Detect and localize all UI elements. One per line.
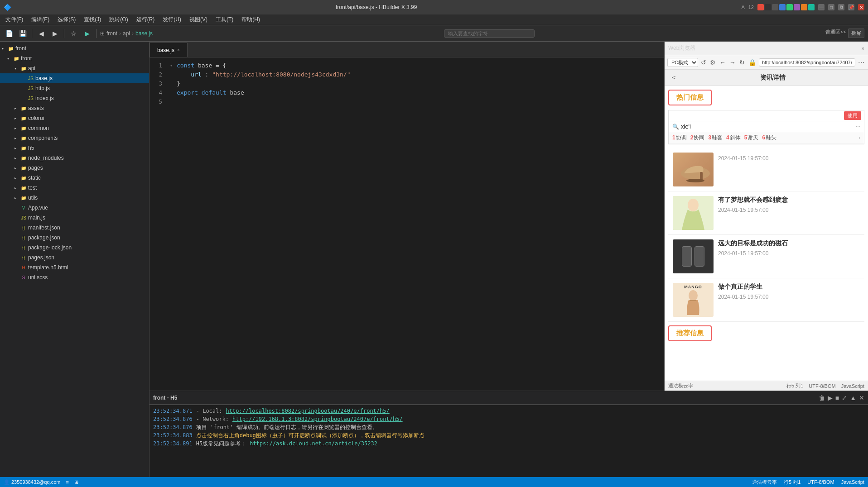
tree-item-utils[interactable]: ▸ 📁 utils: [0, 193, 149, 203]
url-input[interactable]: [759, 58, 855, 67]
tree-item-static[interactable]: ▸ 📁 static: [0, 173, 149, 183]
tree-item-h5[interactable]: ▸ 📁 h5: [0, 143, 149, 153]
url-mode-select[interactable]: PC模式: [667, 58, 698, 67]
minimize-btn[interactable]: —: [818, 4, 825, 10]
use-tag-btn[interactable]: 使用: [844, 111, 861, 120]
status-list-icon[interactable]: ≡: [66, 479, 68, 485]
console-clear-btn[interactable]: 🗑: [819, 394, 825, 401]
breadcrumb-front-1[interactable]: front: [106, 30, 117, 37]
tree-item-http-js[interactable]: JS http.js: [0, 83, 149, 93]
window-close-btn[interactable]: ✕: [858, 4, 864, 10]
tree-item-front-root[interactable]: ▾ 📁 front: [0, 43, 149, 53]
autocomplete-right-arrow[interactable]: ›: [859, 135, 860, 140]
toolbar-full-btn[interactable]: 拆屏: [848, 29, 864, 38]
tree-item-pages[interactable]: ▸ 📁 pages: [0, 163, 149, 173]
console-network-link[interactable]: http://192.168.1.3:8082/springbootau7240…: [232, 415, 403, 423]
tree-item-assets[interactable]: ▸ 📁 assets: [0, 103, 149, 113]
tree-item-test[interactable]: ▸ 📁 test: [0, 183, 149, 193]
nav-more-btn[interactable]: ⋯: [857, 58, 865, 67]
tree-item-app-vue[interactable]: V App.vue: [0, 203, 149, 213]
tree-item-manifest-json[interactable]: {} manifest.json: [0, 223, 149, 233]
menu-edit[interactable]: 编辑(E): [28, 15, 53, 24]
editor-tabs: base.js ×: [149, 42, 664, 57]
toolbar-save[interactable]: 💾: [17, 28, 28, 39]
tree-label: components: [28, 135, 147, 141]
browser-content[interactable]: 热门信息 使用 🔍 ⋯: [665, 86, 868, 381]
tree-item-package-json[interactable]: {} package.json: [0, 233, 149, 243]
tree-item-common[interactable]: ▸ 📁 common: [0, 123, 149, 133]
news-card-4[interactable]: MANGO 做个真正的学生 2024-01-15 19:57:00: [668, 278, 864, 322]
status-bar: 👤 2350938432@qq.com ≡ ⊞ 通法模云率 行5 列1 UTF-…: [0, 477, 868, 487]
console-h5-link[interactable]: https://ask.dcloud.net.cn/article/35232: [250, 439, 377, 448]
search-input[interactable]: [444, 29, 535, 38]
menu-publish[interactable]: 发行(U): [159, 15, 185, 24]
autocomplete-item-2[interactable]: 2协同: [690, 134, 705, 142]
nav-settings-btn[interactable]: ⚙: [709, 58, 717, 67]
maximize-btn[interactable]: □: [828, 4, 834, 10]
tree-item-main-js[interactable]: JS main.js: [0, 213, 149, 223]
toolbar-new[interactable]: 📄: [4, 28, 14, 39]
console-stop-btn[interactable]: ■: [835, 394, 839, 401]
status-grid-icon[interactable]: ⊞: [74, 479, 78, 485]
toolbar-forward[interactable]: ▶: [49, 28, 60, 39]
pin-btn[interactable]: 📌: [848, 4, 854, 10]
tree-item-base-js[interactable]: JS base.js: [0, 73, 149, 83]
editor-tab-base-js[interactable]: base.js ×: [149, 43, 188, 57]
menu-tools[interactable]: 工具(T): [212, 15, 237, 24]
tree-item-components[interactable]: ▸ 📁 components: [0, 133, 149, 143]
autocomplete-item-5[interactable]: 5谢天: [744, 134, 759, 142]
menu-file[interactable]: 文件(F): [2, 15, 27, 24]
nav-back-btn[interactable]: ←: [719, 58, 727, 67]
fold-icon[interactable]: ▾: [168, 61, 175, 70]
news-card-3[interactable]: 远大的目标是成功的磁石 2024-01-15 19:57:00: [668, 235, 864, 278]
menu-select[interactable]: 选择(S): [54, 15, 79, 24]
nav-refresh-btn[interactable]: ↺: [700, 58, 707, 67]
news-card-1[interactable]: 2024-01-15 19:57:00: [668, 148, 864, 191]
browser-header-expand[interactable]: ×: [862, 46, 864, 51]
nav-forward-btn[interactable]: →: [728, 58, 737, 67]
console-up-btn[interactable]: ▲: [850, 394, 856, 401]
breadcrumb-api[interactable]: api: [123, 30, 130, 37]
tree-item-pages-json[interactable]: {} pages.json: [0, 253, 149, 263]
autocomplete-item-6[interactable]: 6鞋头: [762, 134, 776, 142]
console-highlight-text[interactable]: 点击控制台右上角debug图标（虫子）可开启断点调试（添加断点），双击编辑器行号…: [196, 431, 424, 439]
file-vue-icon: V: [20, 204, 27, 211]
tree-item-front-sub[interactable]: ▾ 📁 front: [0, 53, 149, 63]
browser-url-bar: PC模式 ↺ ⚙ ← → ↻ 🔒 ⋯: [665, 55, 868, 70]
editor-content[interactable]: 1 ▾ const base = { 2 url : "http://local…: [149, 57, 664, 391]
page-back-btn[interactable]: ＜: [668, 72, 679, 83]
tree-item-uni-scss[interactable]: S uni.scss: [0, 272, 149, 282]
nav-lock-btn[interactable]: 🔒: [747, 58, 757, 67]
autocomplete-item-4[interactable]: 4斜体: [726, 134, 741, 142]
menu-run[interactable]: 运行(R): [133, 15, 159, 24]
tree-item-template-html[interactable]: H template.h5.html: [0, 263, 149, 272]
nav-reload-btn[interactable]: ↻: [738, 58, 746, 67]
console-close-btn[interactable]: ✕: [859, 394, 864, 401]
tree-item-api[interactable]: ▾ 📁 api: [0, 63, 149, 73]
restore-btn[interactable]: ⧉: [838, 4, 844, 10]
line-number: 5: [149, 97, 168, 106]
tree-item-package-lock-json[interactable]: {} package-lock.json: [0, 243, 149, 253]
autocomplete-item-1[interactable]: 1协调: [672, 134, 687, 142]
tree-item-index-js[interactable]: JS index.js: [0, 93, 149, 103]
console-run-btn[interactable]: ▶: [828, 394, 833, 401]
menu-find[interactable]: 查找(J): [80, 15, 105, 24]
file-json-icon: {}: [20, 234, 27, 241]
autocomplete-search-input[interactable]: [681, 123, 856, 130]
console-local-link[interactable]: http://localhost:8082/springbootau72407e…: [226, 407, 390, 415]
toolbar-back[interactable]: ◀: [36, 28, 47, 39]
news-card-2[interactable]: 有了梦想就不会感到疲意 2024-01-15 19:57:00: [668, 191, 864, 235]
autocomplete-item-3[interactable]: 3鞋套: [708, 134, 723, 142]
tab-close-btn[interactable]: ×: [177, 48, 180, 53]
menu-help[interactable]: 帮助(H): [238, 15, 264, 24]
menu-view[interactable]: 视图(V): [186, 15, 211, 24]
toolbar-action-label[interactable]: 普通区<<: [825, 29, 846, 38]
browser-status-text: 通法模云率: [668, 382, 693, 389]
menu-goto[interactable]: 跳转(O): [106, 15, 131, 24]
tree-item-colorui[interactable]: ▸ 📁 colorui: [0, 113, 149, 123]
toolbar-bookmark[interactable]: ☆: [68, 28, 79, 39]
autocomplete-expand-icon[interactable]: ⋯: [856, 124, 860, 129]
toolbar-run[interactable]: ▶: [82, 28, 92, 39]
tree-item-node-modules[interactable]: ▸ 📁 node_modules: [0, 153, 149, 163]
console-expand-btn[interactable]: ⤢: [842, 394, 847, 401]
